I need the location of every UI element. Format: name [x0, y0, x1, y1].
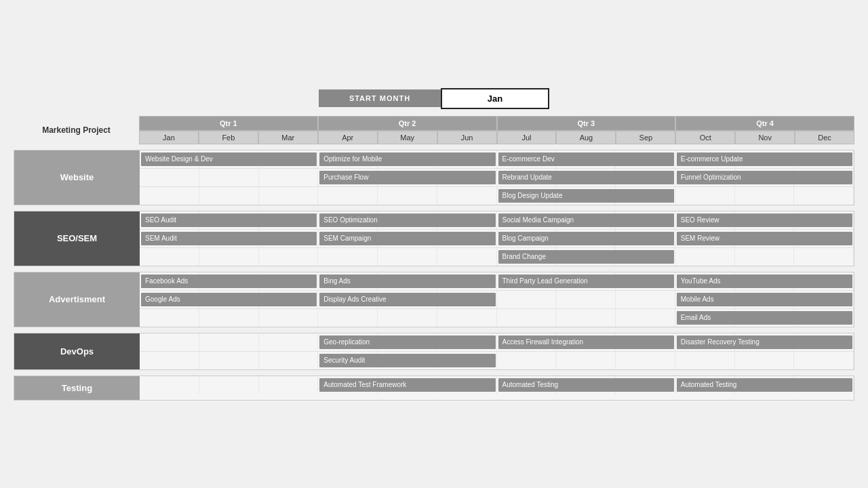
header-area: Marketing Project Qtr 1Qtr 2Qtr 3Qtr 4 J…: [14, 116, 854, 144]
task-bar: Email Ads: [677, 311, 852, 325]
task-row: SEM AuditSEM CampaignBlog CampaignSEM Re…: [140, 230, 854, 248]
grid-cell: [199, 248, 259, 266]
grid-cell: [794, 352, 854, 369]
month-cell: Apr: [318, 131, 378, 144]
task-row: Automated Test FrameworkAutomated Testin…: [140, 376, 854, 394]
grid-cell: [199, 376, 259, 394]
grid-cell: [199, 352, 259, 369]
task-bar: Blog Design Update: [498, 189, 674, 203]
task-row: Geo-replicationAccess Firewall Integrati…: [140, 333, 854, 352]
grid-cell: [437, 248, 497, 266]
grid-cell: [497, 352, 557, 369]
tasks-grid: Geo-replicationAccess Firewall Integrati…: [140, 333, 854, 369]
task-bar: SEO Optimization: [319, 214, 495, 227]
gantt-wrapper: Marketing Project Qtr 1Qtr 2Qtr 3Qtr 4 J…: [14, 116, 854, 401]
start-month-value[interactable]: Jan: [441, 88, 549, 109]
task-bar: Automated Testing: [677, 378, 852, 392]
task-row: Website Design & DevOptimize for MobileE…: [140, 150, 854, 169]
grid-cell: [497, 291, 557, 308]
grid-cell: [378, 248, 437, 266]
category-label: Testing: [14, 376, 140, 400]
task-bar: SEO Audit: [141, 214, 317, 227]
row-label-column-header: Marketing Project: [14, 116, 139, 144]
category-devops: DevOpsGeo-replicationAccess Firewall Int…: [14, 333, 854, 370]
grid-cell: [140, 187, 199, 205]
tasks-grid: Website Design & DevOptimize for MobileE…: [140, 150, 854, 205]
task-bar: Security Audit: [319, 354, 495, 367]
task-bar: Brand Change: [498, 250, 674, 264]
month-cell: Aug: [556, 131, 616, 144]
grid-cell: [318, 187, 378, 205]
grid-cell: [318, 309, 378, 327]
grid-cell: [140, 248, 199, 266]
category-label: Advertisment: [14, 272, 140, 327]
category-seo-sem: SEO/SEMSEO AuditSEO OptimizationSocial M…: [14, 211, 854, 266]
grid-cell: [259, 248, 319, 266]
tasks-grid: Automated Test FrameworkAutomated Testin…: [140, 376, 854, 400]
task-bar: Automated Testing: [498, 378, 674, 392]
grid-cell: [378, 187, 437, 205]
task-bar: SEM Audit: [141, 232, 317, 245]
grid-cell: [556, 352, 616, 369]
grid-cell: [794, 248, 854, 266]
task-bar: SEM Review: [677, 232, 852, 245]
task-bar: SEM Campaign: [319, 232, 495, 245]
grid-cell: [735, 187, 795, 205]
task-bar: Mobile Ads: [677, 293, 852, 306]
month-cell: Feb: [199, 131, 258, 144]
grid-cell: [140, 376, 199, 394]
grid-cell: [259, 376, 319, 394]
grid-cell: [140, 169, 199, 186]
category-label: SEO/SEM: [14, 211, 140, 266]
grid-cell: [259, 169, 319, 186]
task-bar: Optimize for Mobile: [319, 152, 495, 166]
task-bar: Funnel Optimization: [677, 171, 852, 184]
quarter-row: Qtr 1Qtr 2Qtr 3Qtr 4: [139, 116, 854, 131]
task-bar: Purchase Flow: [319, 171, 495, 184]
month-cell: Jan: [139, 131, 199, 144]
grid-cell: [140, 309, 199, 327]
task-row: Facebook AdsBing AdsThird Party Lead Gen…: [140, 272, 854, 291]
task-bar: Geo-replication: [319, 336, 495, 349]
grid-cell: [259, 309, 319, 327]
quarter-cell: Qtr 1: [139, 116, 318, 131]
categories-container: WebsiteWebsite Design & DevOptimize for …: [14, 144, 854, 401]
task-row: Google AdsDisplay Ads CreativeMobile Ads: [140, 291, 854, 309]
start-month-label: START MONTH: [319, 89, 441, 107]
grid-cell: [437, 187, 497, 205]
grid-cell: [675, 352, 735, 369]
grid-cell: [199, 333, 259, 351]
grid-cell: [556, 309, 616, 327]
grid-cell: [140, 333, 199, 351]
task-bar: Rebrand Update: [498, 171, 674, 184]
task-row: Purchase FlowRebrand UpdateFunnel Optimi…: [140, 169, 854, 187]
task-row: Brand Change: [140, 248, 854, 266]
grid-cell: [199, 169, 259, 186]
grid-cell: [378, 309, 437, 327]
task-bar: E-commerce Update: [677, 152, 852, 166]
quarter-cell: Qtr 3: [497, 116, 676, 131]
task-row: Blog Design Update: [140, 187, 854, 205]
category-testing: TestingAutomated Test FrameworkAutomated…: [14, 375, 854, 401]
category-advertisment: AdvertismentFacebook AdsBing AdsThird Pa…: [14, 272, 854, 327]
gantt-chart: START MONTH Jan Marketing Project Qtr 1Q…: [14, 88, 854, 401]
tasks-grid: Facebook AdsBing AdsThird Party Lead Gen…: [140, 272, 854, 327]
month-cell: May: [378, 131, 437, 144]
quarter-cell: Qtr 2: [318, 116, 497, 131]
month-cell: Nov: [735, 131, 795, 144]
task-bar: Disaster Recovery Testing: [677, 336, 852, 349]
grid-cell: [616, 291, 675, 308]
grid-cell: [437, 309, 497, 327]
start-month-row: START MONTH Jan: [14, 88, 854, 109]
task-row: Security Audit: [140, 352, 854, 369]
month-cell: Jul: [497, 131, 557, 144]
task-bar: Social Media Campaign: [498, 214, 674, 227]
grid-cell: [199, 309, 259, 327]
month-cell: Sep: [616, 131, 675, 144]
tasks-grid: SEO AuditSEO OptimizationSocial Media Ca…: [140, 211, 854, 266]
task-row: Email Ads: [140, 309, 854, 327]
grid-cell: [675, 248, 735, 266]
task-bar: Access Firewall Integration: [498, 336, 674, 349]
task-bar: Third Party Lead Generation: [498, 274, 674, 288]
grid-cell: [675, 187, 735, 205]
